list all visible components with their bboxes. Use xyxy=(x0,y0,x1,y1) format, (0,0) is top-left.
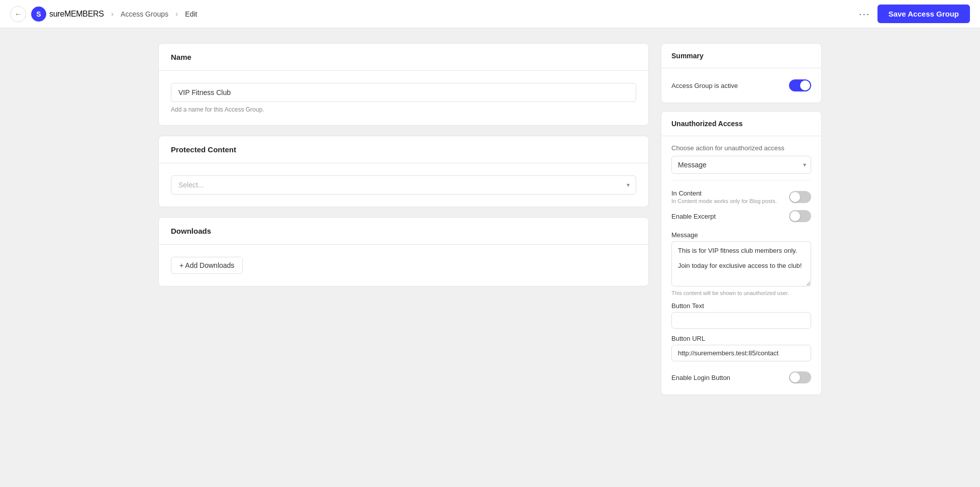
save-access-group-button[interactable]: Save Access Group xyxy=(877,5,970,23)
active-toggle[interactable] xyxy=(789,79,811,91)
active-label: Access Group is active xyxy=(671,82,738,89)
in-content-toggle-row: In Content In Content mode works only fo… xyxy=(671,186,811,207)
in-content-sublabel: In Content mode works only for Blog post… xyxy=(671,198,777,204)
protected-content-body: Select... ▾ xyxy=(159,163,648,207)
action-select-wrapper: Message Redirect Hide ▾ xyxy=(671,156,811,174)
enable-excerpt-toggle-thumb xyxy=(790,211,800,221)
logo-text: sureMEMBERS xyxy=(49,10,104,19)
downloads-card: Downloads + Add Downloads xyxy=(158,217,649,286)
summary-body: Access Group is active xyxy=(661,68,821,103)
choose-action-label: Choose action for unauthorized access xyxy=(671,144,811,152)
main-content: Name Add a name for this Access Group. P… xyxy=(138,28,842,410)
enable-login-toggle[interactable] xyxy=(789,371,811,383)
breadcrumb-edit: Edit xyxy=(185,10,197,18)
breadcrumb-separator-1: › xyxy=(111,10,114,19)
button-url-label: Button URL xyxy=(671,335,811,342)
button-text-field: Button Text xyxy=(671,302,811,329)
summary-header: Summary xyxy=(661,44,821,68)
enable-excerpt-toggle-row: Enable Excerpt xyxy=(671,207,811,225)
action-select[interactable]: Message Redirect Hide xyxy=(671,156,811,174)
divider-1 xyxy=(671,180,811,180)
button-text-label: Button Text xyxy=(671,302,811,310)
message-label: Message xyxy=(671,231,811,239)
summary-card: Summary Access Group is active xyxy=(661,43,822,103)
header-left: ← S sureMEMBERS › Access Groups › Edit xyxy=(10,6,859,22)
enable-login-toggle-thumb xyxy=(790,372,800,382)
downloads-card-header: Downloads xyxy=(159,218,648,245)
in-content-labels: In Content In Content mode works only fo… xyxy=(671,189,777,204)
active-toggle-thumb xyxy=(800,80,810,90)
enable-login-toggle-row: Enable Login Button xyxy=(671,368,811,386)
protected-content-select[interactable]: Select... xyxy=(171,176,636,194)
name-input[interactable] xyxy=(171,83,636,102)
message-hint: This content will be shown to unauthoriz… xyxy=(671,290,811,296)
breadcrumb-access-groups[interactable]: Access Groups xyxy=(121,10,168,18)
logo-icon: S xyxy=(31,7,46,22)
in-content-label: In Content xyxy=(671,189,777,197)
message-textarea[interactable]: This is for VIP fitness club members onl… xyxy=(671,241,811,286)
right-column: Summary Access Group is active Unauthori… xyxy=(661,43,822,395)
enable-excerpt-toggle[interactable] xyxy=(789,210,811,222)
name-card: Name Add a name for this Access Group. xyxy=(158,43,649,126)
downloads-card-body: + Add Downloads xyxy=(159,245,648,286)
button-url-field: Button URL xyxy=(671,335,811,361)
name-card-body: Add a name for this Access Group. xyxy=(159,71,648,125)
unauthorized-header: Unauthorized Access xyxy=(661,112,821,136)
in-content-toggle[interactable] xyxy=(789,191,811,203)
header: ← S sureMEMBERS › Access Groups › Edit ·… xyxy=(0,0,980,28)
unauthorized-body: Choose action for unauthorized access Me… xyxy=(661,136,821,395)
in-content-toggle-thumb xyxy=(790,192,800,202)
enable-excerpt-label: Enable Excerpt xyxy=(671,213,716,220)
message-field: Message This is for VIP fitness club mem… xyxy=(671,231,811,296)
name-hint: Add a name for this Access Group. xyxy=(171,106,636,113)
enable-login-label: Enable Login Button xyxy=(671,374,730,381)
protected-content-card: Protected Content Select... ▾ xyxy=(158,136,649,207)
unauthorized-card: Unauthorized Access Choose action for un… xyxy=(661,111,822,395)
protected-content-select-wrapper: Select... ▾ xyxy=(171,175,636,194)
left-column: Name Add a name for this Access Group. P… xyxy=(158,43,649,395)
breadcrumb-separator-2: › xyxy=(175,10,178,19)
add-downloads-button[interactable]: + Add Downloads xyxy=(171,257,243,274)
header-right: ··· Save Access Group xyxy=(859,5,970,23)
protected-content-header: Protected Content xyxy=(159,136,648,163)
active-toggle-row: Access Group is active xyxy=(671,76,811,94)
name-card-header: Name xyxy=(159,44,648,71)
button-url-input[interactable] xyxy=(671,345,811,361)
more-options-button[interactable]: ··· xyxy=(859,8,870,20)
logo-area: S sureMEMBERS xyxy=(31,7,104,22)
back-button[interactable]: ← xyxy=(10,6,26,22)
button-text-input[interactable] xyxy=(671,312,811,329)
